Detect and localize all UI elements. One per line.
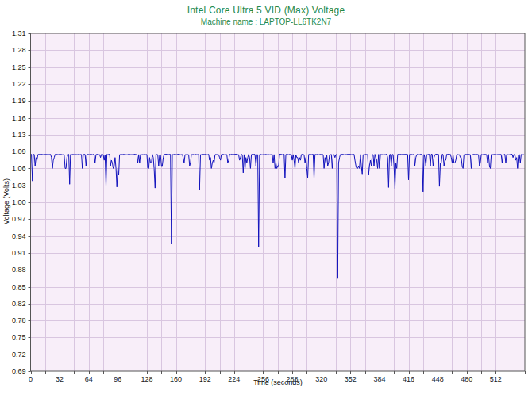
y-tick-label: 0.91 [12,249,26,257]
y-tick-label: 0.85 [12,283,26,291]
y-tick-label: 1.28 [12,46,26,54]
y-tick-label: 0.82 [12,300,26,308]
y-tick-label: 1.00 [12,198,26,206]
y-axis-title: Voltage (Volts) [2,174,10,229]
y-tick-labels: 1.311.281.251.221.191.161.131.091.061.03… [12,29,26,375]
voltage-chart-svg: 0326496128160192224256288320352384416448… [0,0,532,399]
y-tick-label: 1.03 [12,182,26,190]
y-tick-label: 1.19 [12,97,26,105]
y-tick-label: 1.22 [12,80,26,88]
y-tick-label: 0.78 [12,317,26,324]
y-tick-label: 1.25 [12,63,26,71]
y-tick-label: 1.09 [12,148,26,155]
chart-title: Intel Core Ultra 5 VID (Max) Voltage [0,5,532,16]
chart-window: 0326496128160192224256288320352384416448… [0,0,532,399]
y-tick-label: 0.97 [12,215,26,223]
y-tick-label: 0.72 [12,351,26,359]
y-tick-label: 0.88 [12,266,26,274]
y-tick-label: 1.16 [12,114,26,122]
y-tick-label: 0.94 [12,232,26,240]
y-tick-label: 1.31 [12,29,26,37]
y-tick-label: 0.75 [12,333,26,341]
chart-subtitle: Machine name : LAPTOP-LL6TK2N7 [0,17,532,26]
y-tick-label: 0.69 [12,367,26,375]
x-axis-title: Time (seconds) [31,378,525,386]
y-tick-label: 1.13 [12,131,26,139]
y-tick-label: 1.06 [12,164,26,172]
